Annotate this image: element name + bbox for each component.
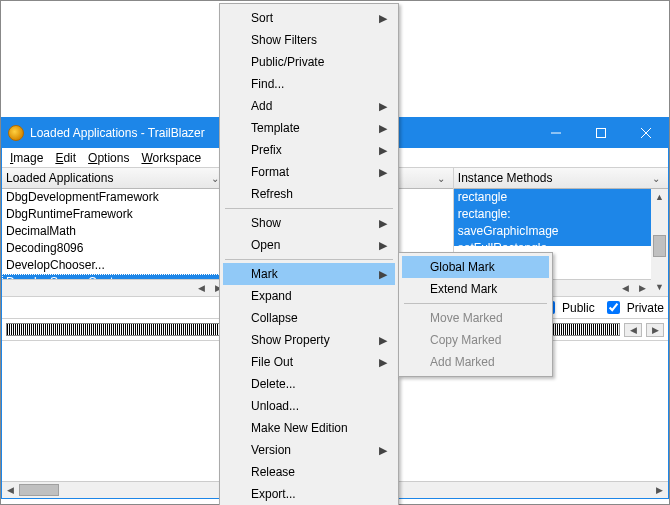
submenu-arrow-icon: ▶ [379,12,387,25]
menu-workspace[interactable]: Workspace [135,150,207,166]
vertical-scrollbar[interactable]: ▲ ▼ [651,189,668,296]
context-submenu-mark[interactable]: Global MarkExtend MarkMove MarkedCopy Ma… [398,252,553,377]
menu-item-add[interactable]: Add▶ [223,95,395,117]
maximize-button[interactable] [578,118,623,148]
menu-item-public-private[interactable]: Public/Private [223,51,395,73]
pane-applications: Loaded Applications ⌄ DbgDevelopmentFram… [2,168,228,296]
list-item[interactable]: setFullRectangle [454,240,651,246]
menu-separator [225,259,393,260]
pane-applications-list[interactable]: DbgDevelopmentFrameworkDbgRuntimeFramewo… [2,189,227,296]
private-label: Private [627,301,664,315]
chevron-down-icon: ⌄ [648,173,664,184]
scroll-right-button[interactable]: ▶ [634,280,651,296]
scroll-left-button[interactable]: ◀ [617,280,634,296]
submenu-item-extend-mark[interactable]: Extend Mark [402,278,549,300]
list-item[interactable]: DevelopChooser... [2,257,227,274]
menu-image[interactable]: Image [4,150,49,166]
menu-item-format[interactable]: Format▶ [223,161,395,183]
submenu-arrow-icon: ▶ [379,268,387,281]
menu-item-show[interactable]: Show▶ [223,212,395,234]
divider-prev-button[interactable]: ◀ [624,323,642,337]
minimize-button[interactable] [533,118,578,148]
menu-item-make-new-edition[interactable]: Make New Edition [223,417,395,439]
scroll-right-button[interactable]: ▶ [651,482,668,498]
submenu-arrow-icon: ▶ [379,166,387,179]
pane-applications-header[interactable]: Loaded Applications ⌄ [2,168,227,189]
list-item[interactable]: rectangle: [454,206,651,223]
menu-item-template[interactable]: Template▶ [223,117,395,139]
private-checkbox[interactable] [607,301,620,314]
menu-item-open[interactable]: Open▶ [223,234,395,256]
menu-item-refresh[interactable]: Refresh [223,183,395,205]
submenu-arrow-icon: ▶ [379,217,387,230]
menu-item-expand[interactable]: Expand [223,285,395,307]
menu-separator [225,208,393,209]
divider-next-button[interactable]: ▶ [646,323,664,337]
scroll-left-button[interactable]: ◀ [193,280,210,296]
menu-edit[interactable]: Edit [49,150,82,166]
list-item[interactable]: rectangle [454,189,651,206]
scroll-left-button[interactable]: ◀ [2,482,19,498]
menu-item-prefix[interactable]: Prefix▶ [223,139,395,161]
menu-item-delete[interactable]: Delete... [223,373,395,395]
menu-item-version[interactable]: Version▶ [223,439,395,461]
svg-rect-0 [596,129,605,138]
menu-separator [404,303,547,304]
menu-item-release[interactable]: Release [223,461,395,483]
submenu-arrow-icon: ▶ [379,334,387,347]
submenu-item-global-mark[interactable]: Global Mark [402,256,549,278]
menu-item-collapse[interactable]: Collapse [223,307,395,329]
submenu-arrow-icon: ▶ [379,122,387,135]
list-item[interactable]: Decoding8096 [2,240,227,257]
list-item[interactable]: DbgDevelopmentFramework [2,189,227,206]
menu-item-show-filters[interactable]: Show Filters [223,29,395,51]
submenu-arrow-icon: ▶ [379,239,387,252]
submenu-arrow-icon: ▶ [379,100,387,113]
menu-item-export[interactable]: Export... [223,483,395,505]
menu-item-sort[interactable]: Sort▶ [223,7,395,29]
context-menu[interactable]: Sort▶Show FiltersPublic/PrivateFind...Ad… [219,3,399,505]
app-icon [8,125,24,141]
submenu-arrow-icon: ▶ [379,444,387,457]
chevron-down-icon: ⌄ [433,173,449,184]
list-item[interactable]: DbgRuntimeFramework [2,206,227,223]
close-button[interactable] [623,118,668,148]
menu-item-mark[interactable]: Mark▶ [223,263,395,285]
submenu-item-add-marked: Add Marked [402,351,549,373]
menu-item-find[interactable]: Find... [223,73,395,95]
submenu-item-move-marked: Move Marked [402,307,549,329]
menu-options[interactable]: Options [82,150,135,166]
pane-methods-header[interactable]: Instance Methods ⌄ [454,168,668,189]
submenu-item-copy-marked: Copy Marked [402,329,549,351]
list-item[interactable]: saveGraphicImage [454,223,651,240]
menu-item-show-property[interactable]: Show Property▶ [223,329,395,351]
scroll-up-button[interactable]: ▲ [651,189,668,206]
list-item[interactable]: DecimalMath [2,223,227,240]
menu-item-unload[interactable]: Unload... [223,395,395,417]
submenu-arrow-icon: ▶ [379,356,387,369]
menu-item-file-out[interactable]: File Out▶ [223,351,395,373]
public-label: Public [562,301,595,315]
scroll-down-button[interactable]: ▼ [651,279,668,296]
submenu-arrow-icon: ▶ [379,144,387,157]
